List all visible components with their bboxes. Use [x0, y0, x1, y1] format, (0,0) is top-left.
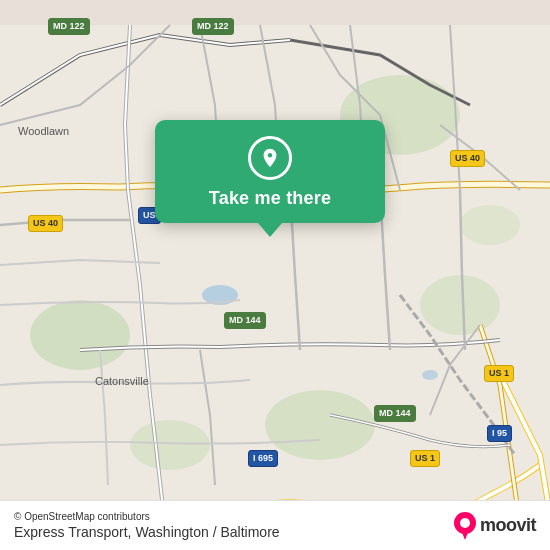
svg-point-3: [420, 275, 500, 335]
svg-point-4: [265, 390, 375, 460]
road-badge-us40-2: US 40: [450, 150, 485, 167]
location-pin-icon: [248, 136, 292, 180]
road-badge-us1-bottom: US 1: [410, 450, 440, 467]
map-svg: [0, 0, 550, 550]
take-me-there-popup[interactable]: Take me there: [155, 120, 385, 223]
svg-point-8: [422, 370, 438, 380]
bottom-bar: © OpenStreetMap contributors Express Tra…: [0, 500, 550, 550]
svg-marker-11: [461, 530, 469, 540]
road-badge-md122-1: MD 122: [48, 18, 90, 35]
moovit-logo: moovit: [454, 512, 536, 540]
osm-prefix: ©: [14, 511, 24, 522]
road-badge-us40-3: US 40: [28, 215, 63, 232]
svg-point-5: [130, 420, 210, 470]
osm-credit: © OpenStreetMap contributors: [14, 511, 280, 522]
moovit-pin-icon: [454, 512, 476, 540]
pin-svg: [259, 147, 281, 169]
bottom-title: Express Transport, Washington / Baltimor…: [14, 524, 280, 540]
road-badge-i695: I 695: [248, 450, 278, 467]
osm-text: OpenStreetMap contributors: [24, 511, 150, 522]
popup-label[interactable]: Take me there: [209, 188, 331, 209]
svg-point-6: [460, 205, 520, 245]
location: Washington / Baltimore: [135, 524, 279, 540]
road-badge-us1-right: US 1: [484, 365, 514, 382]
svg-point-1: [30, 300, 130, 370]
bottom-left-info: © OpenStreetMap contributors Express Tra…: [14, 511, 280, 540]
app-name: Express Transport: [14, 524, 128, 540]
road-badge-md372: MD 144: [374, 405, 416, 422]
road-badge-md144-1: MD 144: [224, 312, 266, 329]
svg-point-10: [460, 518, 470, 528]
map-container: MD 122 MD 122 US 40 US 40 US 40 US MD 14…: [0, 0, 550, 550]
moovit-brand-text: moovit: [480, 515, 536, 536]
road-badge-i95: I 95: [487, 425, 512, 442]
road-badge-md122-2: MD 122: [192, 18, 234, 35]
